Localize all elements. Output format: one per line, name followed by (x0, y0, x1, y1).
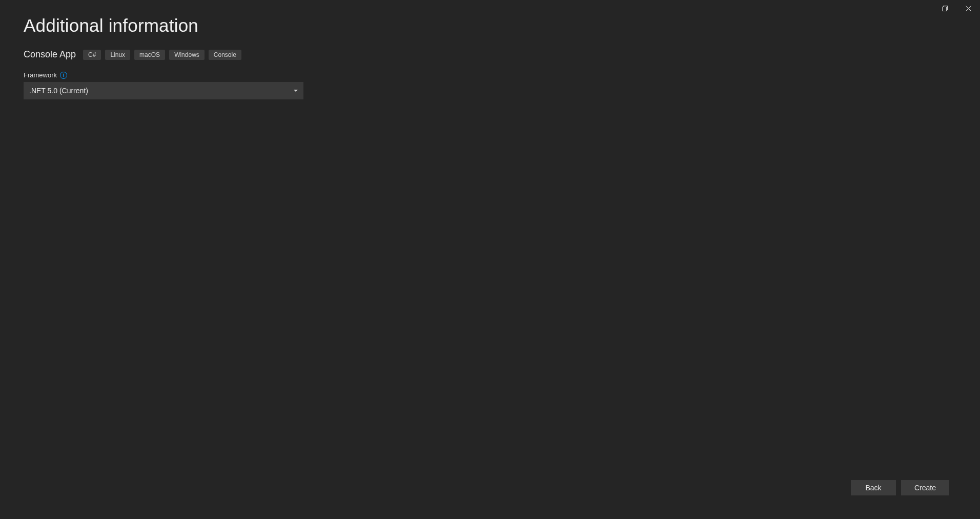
maximize-restore-button[interactable] (933, 0, 956, 16)
close-window-button[interactable] (956, 0, 980, 16)
back-button[interactable]: Back (851, 480, 896, 495)
create-button[interactable]: Create (901, 480, 949, 495)
info-icon[interactable]: i (60, 72, 67, 79)
tag: macOS (134, 50, 165, 60)
framework-dropdown[interactable]: .NET 5.0 (Current) (24, 82, 303, 99)
framework-label-row: Framework i (24, 71, 980, 79)
template-name: Console App (24, 49, 76, 60)
main-content: Additional information Console App C# Li… (0, 0, 980, 99)
tag: C# (83, 50, 101, 60)
page-title: Additional information (24, 15, 980, 36)
tag: Linux (105, 50, 130, 60)
tag: Console (209, 50, 241, 60)
template-row: Console App C# Linux macOS Windows Conso… (24, 49, 980, 60)
footer-buttons: Back Create (851, 480, 949, 495)
template-tags: C# Linux macOS Windows Console (83, 50, 241, 60)
restore-icon (942, 6, 948, 11)
tag: Windows (169, 50, 205, 60)
framework-label: Framework (24, 71, 57, 79)
close-icon (966, 6, 971, 11)
svg-rect-1 (942, 7, 946, 11)
framework-selected-value: .NET 5.0 (Current) (29, 87, 88, 95)
window-titlebar (933, 0, 980, 16)
chevron-down-icon (294, 90, 298, 92)
